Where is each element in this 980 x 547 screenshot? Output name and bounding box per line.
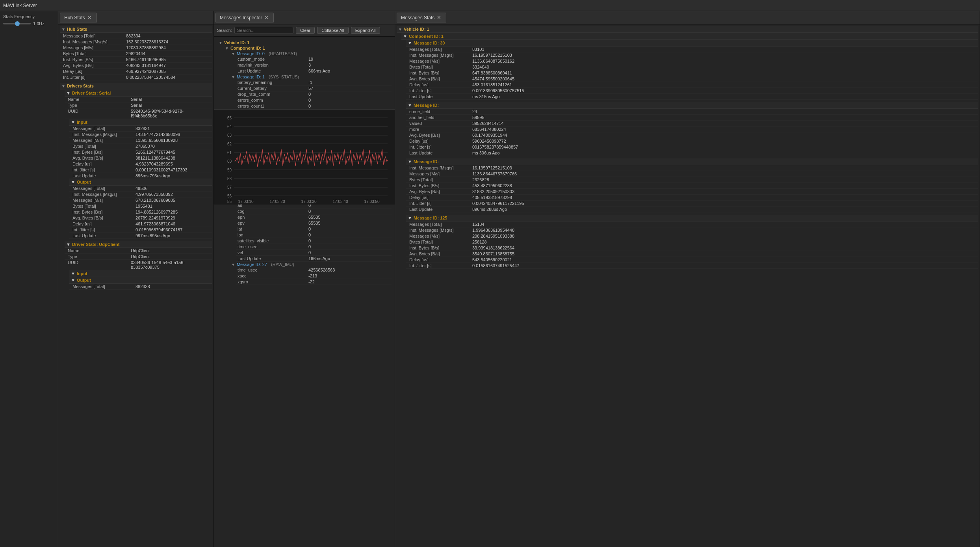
row-value: 31832.205092150303 xyxy=(472,189,975,194)
stats-msg-125-header[interactable]: ▼ Message ID: 125 xyxy=(406,215,978,221)
table-row: Int. Jitter [s] 0.0022375844120574584 xyxy=(60,74,212,80)
msg-1-header[interactable]: ▼ Message ID: 1 (SYS_STATUS) xyxy=(230,74,392,80)
table-row: Messages [M/s] 208.28415951093388 xyxy=(406,233,978,239)
msg-node-24: ▼ Message ID: 24 (GPS_RAW_INT) alt 0 xyxy=(230,197,392,262)
svg-text:17:03:10: 17:03:10 xyxy=(238,199,254,204)
table-row: UUID 03340536-1548-54e3-a1a6-b38357c0937… xyxy=(65,260,212,270)
app-title: MAVLink Server xyxy=(3,3,37,8)
component-node-header[interactable]: ▼ Component ID: 1 xyxy=(223,45,392,51)
messages-stats-tab-bar: Messages Stats ✕ xyxy=(395,11,980,24)
table-row: Inst. Bytes [B/s] 5466.746146296985 xyxy=(60,57,212,63)
row-label: Inst. Bytes [B/s] xyxy=(409,71,472,75)
field-name: cog xyxy=(238,209,308,214)
row-label: Inst. Bytes [B/s] xyxy=(72,210,135,214)
hub-stats-section-header[interactable]: ▼ Hub Stats xyxy=(60,26,212,33)
search-bar: Search: Clear Collapse All Expand All xyxy=(214,24,395,37)
field-name: errors_count1 xyxy=(238,104,308,108)
messages-inspector-tab[interactable]: Messages Inspector ✕ xyxy=(215,13,274,22)
table-row: Last Update 896ms 793us Ago xyxy=(69,173,212,179)
row-value: 5166.124777679445 xyxy=(135,150,209,154)
row-label: Messages [M/s] xyxy=(63,45,126,50)
drivers-arrow: ▼ xyxy=(61,84,65,88)
msg-0-arrow: ▼ xyxy=(231,52,235,56)
field-value: 0 xyxy=(308,238,311,243)
serial-input-header[interactable]: ▼ Input xyxy=(69,119,212,126)
messages-stats-close-btn[interactable]: ✕ xyxy=(436,15,442,20)
table-row: Messages [Total] 15184 xyxy=(406,221,978,227)
row-value: 3540.8307116858755 xyxy=(472,251,975,256)
hub-stats-close-btn[interactable]: ✕ xyxy=(87,15,93,20)
row-label: Messages [Total] xyxy=(72,284,135,289)
svg-text:58: 58 xyxy=(227,177,232,181)
clear-button[interactable]: Clear xyxy=(296,27,315,34)
stats-msg-125: ▼ Message ID: 125 Messages [Total] 15184… xyxy=(406,215,978,269)
field-row: Last Update 166ms Ago xyxy=(236,256,392,262)
freq-slider[interactable] xyxy=(3,23,31,24)
vehicle-arrow: ▼ xyxy=(219,41,223,45)
messages-inspector-close-btn[interactable]: ✕ xyxy=(264,15,269,20)
row-value: UdpClient xyxy=(131,254,209,259)
stats-vehicle-header[interactable]: ▼ Vehicle ID: 1 xyxy=(397,26,978,33)
vehicle-node-header[interactable]: ▼ Vehicle ID: 1 xyxy=(217,40,392,45)
row-label: Avg. Bytes [B/s] xyxy=(72,156,135,160)
hub-stats-tab[interactable]: Hub Stats ✕ xyxy=(60,13,97,22)
stats-msg-30-header[interactable]: ▼ Message ID: 30 xyxy=(406,40,978,47)
driver-udp-section: ▼ Driver Stats: UdpClient Name UdpClient… xyxy=(65,241,212,290)
driver-serial-header[interactable]: ▼ Driver Stats: Serial xyxy=(65,90,212,97)
row-label: some_field xyxy=(409,109,472,114)
svg-text:61: 61 xyxy=(227,151,232,155)
row-value: 0.015996879496074187 xyxy=(135,227,209,232)
field-value: 65535 xyxy=(308,221,321,225)
msg-0-header[interactable]: ▼ Message ID: 0 (HEARTBEAT) xyxy=(230,51,392,56)
drivers-stats-section-header[interactable]: ▼ Drivers Stats xyxy=(60,83,212,89)
component-arrow: ▼ xyxy=(225,46,229,50)
table-row: Type UdpClient xyxy=(65,254,212,260)
field-row: battery_remaining -1 xyxy=(236,80,392,86)
table-row: Avg. Bytes [B/s] 3540.8307116858755 xyxy=(406,251,978,257)
row-label: Inst. Messages [Msg/s] xyxy=(63,39,126,44)
row-label: Messages [M/s] xyxy=(409,59,472,63)
field-value: 42568528563 xyxy=(308,268,335,272)
messages-stats-tab[interactable]: Messages Stats ✕ xyxy=(397,13,446,22)
row-value: 4.93237043289695 xyxy=(135,162,209,166)
collapse-all-button[interactable]: Collapse All xyxy=(317,27,348,34)
row-value: 27865070 xyxy=(135,144,209,149)
search-input[interactable] xyxy=(234,27,293,34)
field-value: 0 xyxy=(308,92,311,97)
row-value: 26789.22491970929 xyxy=(135,216,209,220)
row-value: UdpClient xyxy=(131,248,209,253)
row-label: Bytes [Total] xyxy=(63,51,126,56)
row-value: 208.28415951093388 xyxy=(472,234,975,238)
row-label: Messages [M/s] xyxy=(72,198,135,203)
row-value: 0.00424034796117221195 xyxy=(472,201,975,206)
udp-input-header[interactable]: ▼ Input xyxy=(69,270,212,277)
stats-component-header[interactable]: ▼ Component ID: 1 xyxy=(401,33,978,40)
serial-output-header[interactable]: ▼ Output xyxy=(69,179,212,186)
table-row: Int. Jitter [s] 0.00010903100274717303 xyxy=(69,167,212,173)
table-row: Last Update ms 315us Ago xyxy=(406,94,978,100)
field-name: lat xyxy=(238,227,308,231)
row-value: 49506 xyxy=(135,186,209,191)
table-row: some_field 24 xyxy=(406,109,978,115)
title-bar: MAVLink Server xyxy=(0,0,980,11)
stats-msg-block3-header[interactable]: ▼ Message ID: xyxy=(406,158,978,165)
panels-area: Hub Stats ✕ ▼ Hub Stats Messages [Total]… xyxy=(58,11,980,547)
udp-output-header[interactable]: ▼ Output xyxy=(69,277,212,284)
expand-all-button[interactable]: Expand All xyxy=(351,27,380,34)
field-value: 3 xyxy=(308,63,311,67)
field-row: errors_comm 0 xyxy=(236,97,392,103)
field-row: xgyro -22 xyxy=(236,279,392,285)
driver-udp-header[interactable]: ▼ Driver Stats: UdpClient xyxy=(65,241,212,248)
udp-input-section: ▼ Input xyxy=(69,270,212,277)
messages-inspector-panel: Messages Inspector ✕ Search: Clear Colla… xyxy=(214,11,395,547)
row-label: Name xyxy=(68,248,131,253)
stats-msg-block2-header[interactable]: ▼ Message ID: xyxy=(406,102,978,109)
svg-text:17:03:50: 17:03:50 xyxy=(364,199,380,204)
table-row: Int. Jitter [s] 0.015861637491525447 xyxy=(406,263,978,269)
field-value: 0 xyxy=(308,250,311,255)
field-value: 166ms Ago xyxy=(308,256,330,261)
msg-27-header[interactable]: ▼ Message ID: 27 (RAW_IMU) xyxy=(230,262,392,267)
row-value: 1.9964363610954448 xyxy=(472,228,975,233)
serial-input-rows: Messages [Total] 832831 Inst. Messages [… xyxy=(69,126,212,179)
row-label: another_field xyxy=(409,115,472,120)
